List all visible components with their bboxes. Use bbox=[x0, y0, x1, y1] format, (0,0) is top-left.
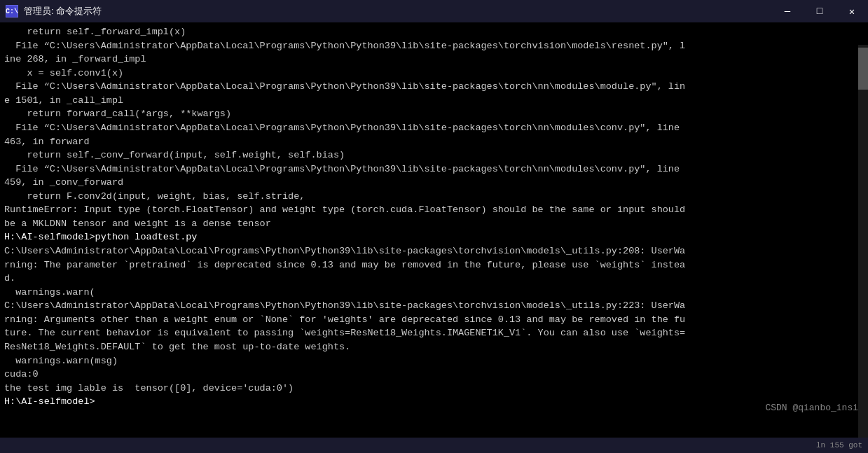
status-text: ln 155 got bbox=[816, 441, 862, 449]
scrollbar[interactable] bbox=[858, 45, 868, 438]
terminal-content: return self._forward_impl(x) File “C:\Us… bbox=[4, 25, 864, 435]
terminal-line: ine 268, in _forward_impl bbox=[4, 53, 864, 67]
title-bar-left: C:\ 管理员: 命令提示符 bbox=[6, 5, 102, 18]
cmd-window: C:\ 管理员: 命令提示符 — □ ✕ return self._forwar… bbox=[0, 0, 868, 453]
status-bar: ln 155 got bbox=[0, 438, 868, 453]
terminal-body[interactable]: return self._forward_impl(x) File “C:\Us… bbox=[0, 22, 868, 438]
terminal-line: be a MKLDNN tensor and weight is a dense… bbox=[4, 217, 864, 231]
minimize-button[interactable]: — bbox=[771, 0, 804, 22]
terminal-line: d. bbox=[4, 272, 864, 286]
terminal-line: return F.conv2d(input, weight, bias, sel… bbox=[4, 190, 864, 204]
terminal-line: cuda:0 bbox=[4, 368, 864, 382]
terminal-line: File “C:\Users\Administrator\AppData\Loc… bbox=[4, 121, 864, 135]
terminal-line: H:\AI-selfmodel>python loadtest.py bbox=[4, 230, 864, 244]
terminal-line: 459, in _conv_forward bbox=[4, 176, 864, 190]
terminal-line: RuntimeError: Input type (torch.FloatTen… bbox=[4, 203, 864, 217]
terminal-line: ture. The current behavior is equivalent… bbox=[4, 326, 864, 340]
terminal-line: 463, in forward bbox=[4, 135, 864, 149]
terminal-line: ResNet18_Weights.DEFAULT` to get the mos… bbox=[4, 340, 864, 354]
terminal-line: warnings.warn(msg) bbox=[4, 354, 864, 368]
terminal-line: x = self.conv1(x) bbox=[4, 67, 864, 81]
title-controls: — □ ✕ bbox=[771, 0, 868, 22]
window-title: 管理员: 命令提示符 bbox=[24, 5, 102, 18]
scrollbar-thumb[interactable] bbox=[858, 48, 868, 90]
terminal-line: e 1501, in _call_impl bbox=[4, 94, 864, 108]
terminal-line: C:\Users\Administrator\AppData\Local\Pro… bbox=[4, 299, 864, 313]
terminal-line: File “C:\Users\Administrator\AppData\Loc… bbox=[4, 80, 864, 94]
terminal-line: return self._conv_forward(input, self.we… bbox=[4, 148, 864, 162]
window-icon: C:\ bbox=[6, 5, 18, 18]
terminal-line: rning: Arguments other than a weight enu… bbox=[4, 313, 864, 327]
terminal-line: return forward_call(*args, **kwargs) bbox=[4, 107, 864, 121]
close-button[interactable]: ✕ bbox=[836, 0, 868, 22]
title-bar: C:\ 管理员: 命令提示符 — □ ✕ bbox=[0, 0, 868, 22]
terminal-line: File “C:\Users\Administrator\AppData\Loc… bbox=[4, 39, 864, 53]
terminal-line: warnings.warn( bbox=[4, 286, 864, 300]
terminal-line: rning: The parameter `pretrained` is dep… bbox=[4, 258, 864, 272]
terminal-line: return self._forward_impl(x) bbox=[4, 25, 864, 39]
terminal-line: File “C:\Users\Administrator\AppData\Loc… bbox=[4, 162, 864, 176]
terminal-line: H:\AI-selfmodel> bbox=[4, 395, 864, 409]
watermark: CSDN @qianbo_insi bbox=[765, 402, 858, 415]
maximize-button[interactable]: □ bbox=[804, 0, 836, 22]
terminal-line: C:\Users\Administrator\AppData\Local\Pro… bbox=[4, 244, 864, 258]
terminal-line: the test img lable is tensor([0], device… bbox=[4, 382, 864, 396]
